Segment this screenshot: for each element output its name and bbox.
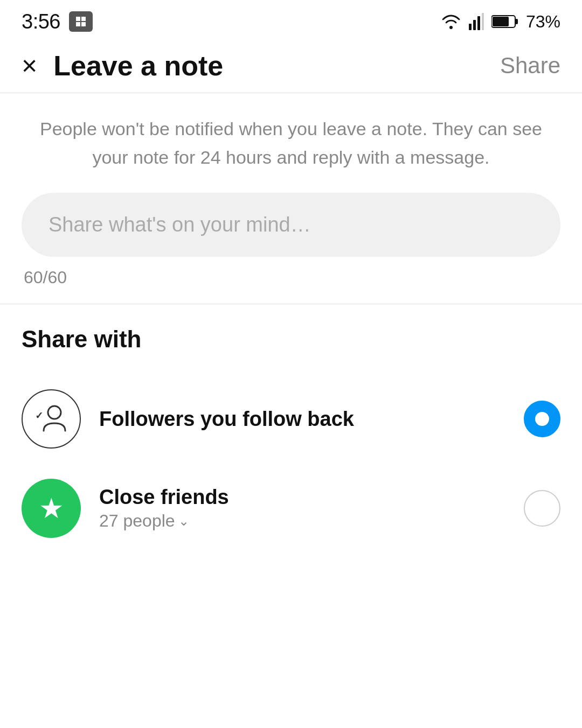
svg-rect-2 [477,16,480,30]
share-with-section: Share with ✓ Followers you follow back ★… [0,304,582,564]
note-input[interactable] [22,193,560,257]
svg-text:✓: ✓ [35,410,43,421]
close-friends-radio[interactable] [524,490,560,527]
page-title: Leave a note [53,50,500,82]
svg-rect-1 [473,20,476,30]
star-icon: ★ [39,492,64,524]
followers-radio-inner [535,412,549,426]
status-time: 3:56 [22,10,60,33]
header: × Leave a note Share [0,39,582,93]
svg-rect-6 [493,17,509,26]
description-text: People won't be notified when you leave … [27,115,555,171]
note-input-container [0,187,582,257]
svg-rect-5 [515,19,518,24]
share-button[interactable]: Share [500,53,560,79]
close-friends-count: 27 people [99,511,175,531]
notification-icon [69,11,93,32]
svg-rect-3 [482,13,484,30]
status-bar: 3:56 73% [0,0,582,39]
svg-rect-0 [469,24,472,30]
status-icons: 73% [441,12,560,32]
char-count-section: 60/60 [0,257,582,304]
close-friends-subtitle: 27 people ⌄ [99,511,524,531]
followers-radio[interactable] [524,401,560,437]
close-friends-avatar: ★ [22,479,81,538]
followers-option[interactable]: ✓ Followers you follow back [22,374,560,464]
signal-icon [469,13,484,30]
followers-avatar: ✓ [22,389,81,449]
followers-title: Followers you follow back [99,408,524,431]
battery-percent: 73% [526,12,560,32]
svg-point-8 [48,406,61,419]
wifi-icon [441,14,461,29]
close-button[interactable]: × [22,52,37,79]
close-friends-title: Close friends [99,486,524,509]
close-friends-option[interactable]: ★ Close friends 27 people ⌄ [22,464,560,553]
close-friends-info: Close friends 27 people ⌄ [99,486,524,531]
followers-person-icon: ✓ [33,401,70,437]
chevron-down-icon[interactable]: ⌄ [178,514,189,529]
followers-info: Followers you follow back [99,408,524,431]
char-count-text: 60/60 [24,268,67,287]
battery-icon [491,15,518,29]
share-with-title: Share with [22,326,560,353]
description-section: People won't be notified when you leave … [0,93,582,187]
